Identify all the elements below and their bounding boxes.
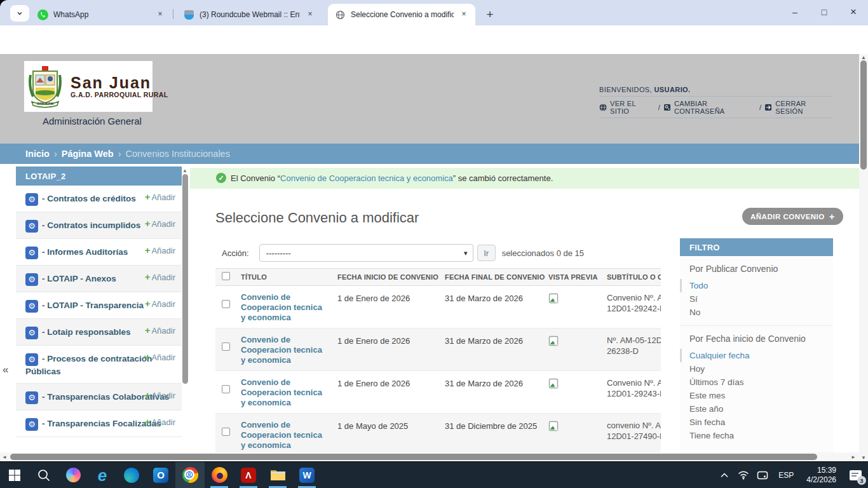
convenio-title-link[interactable]: Convenio de Cooperacion tecnica y econom… xyxy=(241,420,329,451)
vertical-scrollbar-thumb[interactable] xyxy=(860,60,867,170)
column-header-subtitulo[interactable]: SUBTÍTULO O CÓ xyxy=(607,273,661,281)
select-all-checkbox[interactable] xyxy=(222,272,230,280)
taskbar-search-button[interactable] xyxy=(29,462,58,488)
scroll-right-arrow[interactable]: ► xyxy=(851,454,856,460)
tab-active-convenio[interactable]: Seleccione Convenio a modifica × xyxy=(328,4,475,25)
scroll-left-arrow[interactable]: ◄ xyxy=(2,454,7,460)
filter-option[interactable]: No xyxy=(680,306,833,319)
add-link[interactable]: +Añadir xyxy=(145,298,175,309)
taskbar-internet-explorer[interactable]: e xyxy=(88,462,117,488)
logout-link[interactable]: CERRAR SESIÓN xyxy=(775,100,833,115)
row-checkbox[interactable] xyxy=(222,342,230,351)
filter-option[interactable]: Este año xyxy=(680,402,833,416)
add-link[interactable]: +Añadir xyxy=(145,245,175,255)
language-indicator[interactable]: ESP xyxy=(772,471,800,480)
sidebar-item[interactable]: ⚙- Procesos de contratación Públicas +Añ… xyxy=(16,346,182,384)
sidebar-item-label[interactable]: - Informes Auditorías xyxy=(42,247,128,257)
sidebar-item-label[interactable]: - LOTAIP - Transparencia xyxy=(42,301,144,310)
page-horizontal-scrollbar[interactable]: ◄ ► xyxy=(0,452,859,461)
sidebar-scrollbar-thumb[interactable] xyxy=(182,174,188,384)
new-tab-button[interactable]: + xyxy=(482,6,498,23)
row-checkbox[interactable] xyxy=(222,300,230,308)
sidebar-collapse-button[interactable]: « xyxy=(3,363,8,376)
add-link[interactable]: +Añadir xyxy=(145,191,175,202)
filter-option[interactable]: Todo xyxy=(680,279,833,292)
filter-option[interactable]: Este mes xyxy=(680,389,833,402)
breadcrumb-home-link[interactable]: Inicio xyxy=(25,149,50,159)
taskbar-word[interactable]: W xyxy=(292,462,322,488)
view-site-link[interactable]: VER EL SITIO xyxy=(610,100,655,115)
sidebar-item[interactable]: ⚙- Contratos incumplidos +Añadir xyxy=(16,212,182,239)
filter-option[interactable]: Sin fecha xyxy=(680,416,833,429)
column-header-fecha-inicio[interactable]: FECHA INICIO DE CONVENIO xyxy=(337,273,445,281)
taskbar-acrobat[interactable]: Λ xyxy=(234,462,263,488)
scroll-down-arrow[interactable]: ▼ xyxy=(861,455,866,461)
convenio-title-link[interactable]: Convenio de Cooperacion tecnica y econom… xyxy=(241,377,329,408)
sidebar-item[interactable]: ⚙- Transparencias Colaborativas +Añadir xyxy=(16,384,182,410)
scroll-up-arrow[interactable]: ▲ xyxy=(182,168,187,173)
add-link[interactable]: +Añadir xyxy=(145,390,175,400)
filter-option[interactable]: Sí xyxy=(680,292,833,306)
site-logo[interactable]: SAN JUAN San Juan G.A.D. PARROQUIAL RURA… xyxy=(24,61,153,112)
scroll-up-arrow[interactable]: ▲ xyxy=(861,55,866,60)
add-link[interactable]: +Añadir xyxy=(145,271,175,282)
action-select[interactable]: --------- ▾ xyxy=(259,244,473,262)
sidebar-item-label[interactable]: - LOTAIP - Anexos xyxy=(42,274,116,283)
sidebar-item[interactable]: ⚙- LOTAIP - Transparencia +Añadir xyxy=(16,292,182,319)
add-link[interactable]: +Añadir xyxy=(145,416,175,427)
sidebar-item[interactable]: ⚙- Transparencias Focalizadas +Añadir xyxy=(16,410,182,437)
breadcrumb-section-link[interactable]: Página Web xyxy=(62,149,114,159)
add-link[interactable]: +Añadir xyxy=(145,218,175,229)
taskbar-file-explorer[interactable] xyxy=(263,462,292,488)
tab-close-button[interactable]: × xyxy=(305,10,315,20)
column-header-fecha-final[interactable]: FECHA FINAL DE CONVENIO xyxy=(445,273,548,281)
tab-close-button[interactable]: × xyxy=(459,10,469,20)
tab-close-button[interactable]: × xyxy=(155,10,165,20)
clock[interactable]: 15:39 4/2/2026 xyxy=(800,466,843,485)
page-vertical-scrollbar[interactable]: ▲ ▼ xyxy=(859,54,868,461)
sidebar-item-label[interactable]: - Contratos incumplidos xyxy=(42,220,140,230)
convenio-title-link[interactable]: Convenio de Cooperacion tecnica y econom… xyxy=(241,292,329,323)
filter-option[interactable]: Hoy xyxy=(680,362,833,376)
sidebar-item-label[interactable]: - Procesos de contratación Públicas xyxy=(25,354,152,376)
tab-search-button[interactable] xyxy=(10,5,29,22)
taskbar-edge[interactable] xyxy=(117,462,146,488)
minimize-button[interactable]: – xyxy=(780,0,810,24)
change-password-link[interactable]: CAMBIAR CONTRASEÑA xyxy=(674,100,756,115)
notification-center-button[interactable]: 3 xyxy=(843,462,868,488)
changed-object-link[interactable]: Convenio de Cooperacion tecnica y econom… xyxy=(280,173,453,183)
go-button[interactable]: Ir xyxy=(477,245,496,261)
convenio-title-link[interactable]: Convenio de Cooperacion tecnica y econom… xyxy=(241,335,329,365)
horizontal-scrollbar-thumb[interactable] xyxy=(10,454,817,460)
sidebar-item[interactable]: ⚙- LOTAIP - Anexos +Añadir xyxy=(16,266,182,292)
tray-expand-chevron[interactable] xyxy=(715,462,734,488)
row-checkbox[interactable] xyxy=(222,428,230,436)
close-button[interactable]: × xyxy=(839,0,868,24)
add-link[interactable]: +Añadir xyxy=(145,325,175,336)
restore-button[interactable]: □ xyxy=(810,0,839,24)
sidebar-item-label[interactable]: - Lotaip responsables xyxy=(42,327,131,337)
filter-option[interactable]: Cualquier fecha xyxy=(680,349,833,362)
taskbar-outlook[interactable]: O xyxy=(146,462,175,488)
taskbar-firefox[interactable] xyxy=(205,462,234,488)
column-header-titulo[interactable]: TÍTULO xyxy=(241,273,337,281)
add-convenio-button[interactable]: AÑADIR CONVENIO+ xyxy=(742,208,843,225)
table-header-row: TÍTULO FECHA INICIO DE CONVENIO FECHA FI… xyxy=(215,268,661,286)
filter-option[interactable]: Tiene fecha xyxy=(680,429,833,442)
sidebar-scrollbar[interactable]: ▲ xyxy=(182,166,189,453)
sidebar-item[interactable]: ⚙- Informes Auditorías +Añadir xyxy=(16,239,182,266)
taskbar-chrome[interactable] xyxy=(175,462,205,488)
tab-whatsapp[interactable]: WhatsApp × xyxy=(31,4,172,25)
filter-option[interactable]: Últimos 7 días xyxy=(680,376,833,389)
sidebar-item-label[interactable]: - Transparencias Focalizadas xyxy=(42,419,161,428)
add-link[interactable]: +Añadir xyxy=(145,351,175,362)
sidebar-item[interactable]: ⚙- Lotaip responsables +Añadir xyxy=(16,319,182,346)
cast-icon[interactable] xyxy=(753,462,772,488)
start-button[interactable] xyxy=(0,462,29,488)
row-checkbox[interactable] xyxy=(222,385,230,393)
tab-roundcube[interactable]: (3) Roundcube Webmail :: Entra × xyxy=(177,4,322,25)
taskbar-copilot[interactable] xyxy=(58,462,88,488)
wifi-icon[interactable] xyxy=(734,462,753,488)
sidebar-item-label[interactable]: - Contratos de créditos xyxy=(42,194,136,203)
sidebar-item[interactable]: ⚙- Contratos de créditos +Añadir xyxy=(16,186,182,212)
